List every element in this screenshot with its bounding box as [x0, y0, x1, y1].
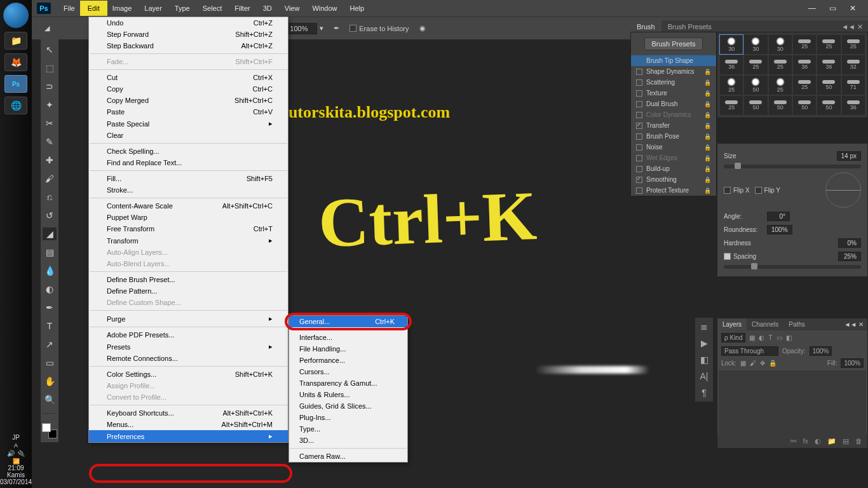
close-button[interactable]: ✕	[845, 4, 860, 13]
lock-icon[interactable]: 🔒	[704, 79, 711, 86]
brush-option-smoothing[interactable]: Smoothing🔒	[631, 174, 716, 185]
brush-thumb[interactable]: 30	[744, 35, 767, 54]
edit-menu-stroke-[interactable]: Stroke...	[89, 184, 288, 196]
edit-menu-define-pattern-[interactable]: Define Pattern...	[89, 285, 288, 297]
checkbox-icon[interactable]	[636, 144, 642, 151]
path-select-tool-icon[interactable]: ↗	[43, 338, 57, 351]
task-explorer[interactable]: 📁	[4, 32, 27, 50]
edit-menu-content-aware-scale[interactable]: Content-Aware ScaleAlt+Shift+Ctrl+C	[89, 200, 288, 212]
tablet-pressure-icon[interactable]: ◉	[419, 24, 426, 32]
prefs-performance-[interactable]: Performance...	[289, 355, 407, 366]
character-panel-icon[interactable]: A|	[700, 371, 709, 381]
spacing-slider[interactable]	[724, 265, 861, 269]
dodge-tool-icon[interactable]: ◐	[43, 283, 57, 295]
edit-menu-adobe-pdf-presets-[interactable]: Adobe PDF Presets...	[89, 329, 288, 341]
layer-kind-filter[interactable]: ρ Kind	[721, 333, 745, 342]
edit-menu-copy-merged[interactable]: Copy MergedShift+Ctrl+C	[89, 95, 288, 106]
brush-thumb[interactable]: 36	[842, 96, 865, 115]
edit-menu-purge[interactable]: Purge▸	[89, 313, 288, 325]
brush-thumb[interactable]: 30	[720, 35, 743, 54]
brush-option-dual-brush[interactable]: Dual Brush🔒	[631, 98, 716, 109]
link-layers-icon[interactable]: ⚯	[790, 437, 796, 445]
flipx-checkbox[interactable]	[724, 187, 731, 194]
brush-option-texture[interactable]: Texture🔒	[631, 88, 716, 98]
edit-menu-step-backward[interactable]: Step BackwardAlt+Ctrl+Z	[89, 40, 288, 51]
brush-option-wet-edges[interactable]: Wet Edges🔒	[631, 152, 716, 163]
edit-menu-cut[interactable]: CutCtrl+X	[89, 72, 288, 83]
lock-icon[interactable]: 🔒	[704, 177, 711, 183]
lock-icon[interactable]: 🔒	[704, 133, 711, 140]
lock-icon[interactable]: 🔒	[704, 90, 711, 97]
edit-menu-puppet-warp[interactable]: Puppet Warp	[89, 212, 288, 223]
menu-select[interactable]: Select	[196, 2, 229, 15]
brush-thumb[interactable]: 25	[744, 55, 767, 74]
edit-menu-check-spelling-[interactable]: Check Spelling...	[89, 146, 288, 157]
edit-menu-keyboard-shortcuts-[interactable]: Keyboard Shortcuts...Alt+Shift+Ctrl+K	[89, 407, 288, 419]
panel-menu-icon[interactable]: ◄◄ ✕	[840, 318, 867, 330]
prefs-type-[interactable]: Type...	[289, 423, 407, 435]
edit-menu-presets[interactable]: Presets▸	[89, 341, 288, 353]
edit-menu-step-forward[interactable]: Step ForwardShift+Ctrl+Z	[89, 29, 288, 40]
menu-filter[interactable]: Filter	[228, 2, 256, 15]
prefs-cursors-[interactable]: Cursors...	[289, 366, 407, 377]
menu-help[interactable]: Help	[344, 2, 371, 15]
brush-thumb[interactable]: 50	[817, 96, 840, 115]
menu-layer[interactable]: Layer	[138, 2, 168, 15]
shape-tool-icon[interactable]: ▭	[43, 356, 57, 369]
type-tool-icon[interactable]: T	[43, 320, 57, 332]
flow-input[interactable]: 100%	[285, 23, 317, 34]
brush-option-brush-pose[interactable]: Brush Pose🔒	[631, 131, 716, 142]
pen-tool-icon[interactable]: ✒	[43, 301, 57, 314]
delete-layer-icon[interactable]: 🗑	[855, 437, 862, 445]
checkbox-icon[interactable]	[636, 133, 642, 140]
edit-menu-copy[interactable]: CopyCtrl+C	[89, 83, 288, 95]
layer-fx-icon[interactable]: fx	[803, 437, 808, 445]
edit-menu-fill-[interactable]: Fill...Shift+F5	[89, 173, 288, 184]
eraser-tool-icon[interactable]: ◢	[44, 24, 50, 32]
checkbox-icon[interactable]	[636, 112, 642, 118]
prefs-units-rulers-[interactable]: Units & Rulers...	[289, 389, 407, 400]
task-firefox[interactable]: 🦊	[4, 53, 27, 71]
blend-mode-dropdown[interactable]: Pass Through	[721, 346, 778, 356]
checkbox-icon[interactable]	[636, 69, 642, 75]
lang-indicator[interactable]: JP	[0, 434, 32, 441]
minimize-button[interactable]: ―	[804, 4, 820, 13]
menu-view[interactable]: View	[278, 2, 306, 15]
lock-icon[interactable]: 🔒	[704, 101, 711, 107]
volume-icon[interactable]: 🔊	[7, 450, 15, 457]
checkbox-icon[interactable]	[636, 155, 642, 161]
brush-thumb[interactable]: 50	[744, 76, 767, 95]
brush-option-brush-tip-shape[interactable]: Brush Tip Shape	[631, 55, 716, 66]
checkbox-icon[interactable]	[636, 123, 642, 129]
spacing-value[interactable]: 25%	[838, 252, 861, 261]
lock-icon[interactable]: 🔒	[704, 123, 711, 129]
filter-adj-icon[interactable]: ◐	[759, 334, 764, 341]
edit-menu-menus-[interactable]: Menus...Alt+Shift+Ctrl+M	[89, 419, 288, 430]
checkbox-icon[interactable]	[636, 79, 642, 86]
brush-thumb[interactable]: 30	[769, 35, 792, 54]
crop-tool-icon[interactable]: ✂	[43, 117, 57, 130]
brush-thumb[interactable]: 25	[793, 35, 816, 54]
prefs-transparency-gamut-[interactable]: Transparency & Gamut...	[289, 377, 407, 389]
actions-panel-icon[interactable]: ▶	[701, 338, 708, 348]
layer-mask-icon[interactable]: ◐	[815, 437, 821, 445]
eraser-tool-icon[interactable]: ◢	[43, 227, 57, 240]
lock-icon[interactable]: 🔒	[704, 69, 711, 75]
edit-menu-remote-connections-[interactable]: Remote Connections...	[89, 353, 288, 364]
filter-smart-icon[interactable]: ◧	[786, 334, 792, 341]
brush-option-noise[interactable]: Noise🔒	[631, 142, 716, 152]
fg-bg-colors[interactable]	[42, 423, 57, 438]
brush-thumb[interactable]: 36	[720, 55, 743, 74]
lock-trans-icon[interactable]: ▦	[740, 360, 746, 367]
edit-menu-free-transform[interactable]: Free TransformCtrl+T	[89, 223, 288, 234]
brush-thumb[interactable]: 50	[769, 96, 792, 115]
angle-widget[interactable]	[825, 172, 861, 208]
stamp-tool-icon[interactable]: ⎌	[43, 191, 57, 203]
prefs--d-[interactable]: 3D...	[289, 435, 407, 446]
history-panel-icon[interactable]: ≣	[700, 322, 708, 332]
size-slider[interactable]	[724, 165, 861, 168]
brush-option-scattering[interactable]: Scattering🔒	[631, 77, 716, 88]
brush-thumb[interactable]: 36	[793, 55, 816, 74]
lock-icon[interactable]: 🔒	[704, 144, 711, 151]
brush-presets-button[interactable]: Brush Presets	[644, 37, 702, 50]
